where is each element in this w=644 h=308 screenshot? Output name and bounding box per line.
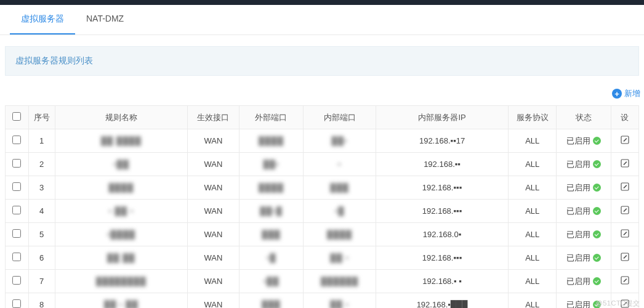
cell-proto: ALL [509, 200, 557, 223]
select-all-checkbox[interactable] [12, 112, 21, 121]
window-topbar [0, 0, 644, 5]
cell-proto: ALL [509, 270, 557, 293]
check-icon [593, 160, 601, 168]
check-icon [593, 137, 601, 145]
cell-status: 已启用 [557, 176, 611, 200]
tab-bar: 虚拟服务器 NAT-DMZ [0, 5, 644, 35]
cell-name: ████████ [55, 270, 187, 293]
cell-index: 1 [28, 129, 55, 153]
cell-iface: WAN [187, 153, 239, 176]
edit-icon[interactable] [619, 158, 630, 169]
cell-name: ██ ████ [55, 129, 187, 153]
cell-index: 5 [28, 223, 55, 246]
cell-index: 2 [28, 153, 55, 176]
cell-iface: WAN [187, 246, 239, 270]
rules-table: 序号 规则名称 生效接口 外部端口 内部端口 内部服务器IP 服务协议 状态 设… [5, 105, 639, 308]
cell-proto: ALL [509, 293, 557, 309]
row-checkbox[interactable] [12, 253, 21, 261]
cell-ext-port: ▪█ [239, 246, 304, 270]
check-icon [593, 184, 601, 192]
cell-ip: 192.168.▪▪ [376, 153, 509, 176]
col-iface: 生效接口 [187, 106, 239, 129]
cell-int-port: ██ ▪ [303, 246, 376, 270]
cell-name: ██ ▪ ██ [55, 293, 187, 309]
edit-icon[interactable] [619, 228, 630, 239]
cell-status: 已启用 [557, 200, 611, 223]
col-index: 序号 [28, 106, 55, 129]
col-action: 设 [611, 106, 638, 129]
cell-int-port: ██▪ [303, 129, 376, 153]
cell-name: ▪████ [55, 223, 187, 246]
cell-int-port: ▪ [303, 153, 376, 176]
toolbar: + 新增 [0, 76, 644, 105]
cell-proto: ALL [509, 176, 557, 200]
cell-ip: 192.168.▪▪▪ [376, 246, 509, 270]
table-row: 7████████WAN▪████████192.168.▪ ▪ALL已启用 [6, 270, 639, 293]
row-checkbox[interactable] [12, 276, 21, 285]
cell-status: 已启用 [557, 223, 611, 246]
cell-int-port: ██████ [303, 270, 376, 293]
add-button[interactable]: + 新增 [612, 88, 640, 99]
row-checkbox[interactable] [12, 229, 21, 238]
cell-proto: ALL [509, 223, 557, 246]
cell-iface: WAN [187, 176, 239, 200]
cell-iface: WAN [187, 270, 239, 293]
cell-int-port: ██ ▪ [303, 293, 376, 309]
table-row: 6██ ██WAN▪███ ▪192.168.▪▪▪ALL已启用 [6, 246, 639, 270]
cell-index: 4 [28, 200, 55, 223]
edit-icon[interactable] [619, 275, 630, 286]
cell-ext-port: ██▪ [239, 153, 304, 176]
col-int: 内部端口 [303, 106, 376, 129]
tab-nat-dmz[interactable]: NAT-DMZ [75, 5, 135, 34]
cell-proto: ALL [509, 153, 557, 176]
cell-name: ████ [55, 176, 187, 200]
tab-virtual-server[interactable]: 虚拟服务器 [10, 5, 75, 34]
cell-status: 已启用 [557, 153, 611, 176]
cell-ip: 192.168.▪▪▪ [376, 200, 509, 223]
edit-icon[interactable] [619, 181, 630, 192]
table-row: 2▪██WAN██▪▪192.168.▪▪ALL已启用 [6, 153, 639, 176]
cell-status: 已启用 [557, 270, 611, 293]
table-row: 4▪ ██ ▪WAN██▪█▪█192.168.▪▪▪ALL已启用 [6, 200, 639, 223]
row-checkbox[interactable] [12, 159, 21, 168]
row-checkbox[interactable] [12, 299, 21, 308]
table-row: 8██ ▪ ██WAN█████ ▪192.168.▪███ALL已启用 [6, 293, 639, 309]
add-label: 新增 [624, 88, 640, 99]
row-checkbox[interactable] [12, 206, 21, 214]
watermark: @51CTO提交 [596, 299, 640, 308]
cell-ext-port: ██▪█ [239, 200, 304, 223]
edit-icon[interactable] [619, 134, 630, 145]
cell-ext-port: ███ [239, 223, 304, 246]
col-proto: 服务协议 [509, 106, 557, 129]
cell-iface: WAN [187, 223, 239, 246]
cell-ext-port: ███ [239, 293, 304, 309]
table-row: 1██ ████WAN██████▪192.168.▪▪17ALL已启用 [6, 129, 639, 153]
cell-ip: 192.168.▪▪17 [376, 129, 509, 153]
cell-index: 8 [28, 293, 55, 309]
plus-icon: + [612, 89, 622, 99]
cell-ip: 192.168.0▪ [376, 223, 509, 246]
cell-int-port: ███ [303, 176, 376, 200]
cell-int-port: ████ [303, 223, 376, 246]
cell-status: 已启用 [557, 129, 611, 153]
cell-iface: WAN [187, 129, 239, 153]
edit-icon[interactable] [619, 251, 630, 262]
cell-name: ▪██ [55, 153, 187, 176]
cell-index: 7 [28, 270, 55, 293]
cell-index: 3 [28, 176, 55, 200]
table-header-row: 序号 规则名称 生效接口 外部端口 内部端口 内部服务器IP 服务协议 状态 设 [6, 106, 639, 129]
check-icon [593, 230, 601, 238]
cell-ip: 192.168.▪ ▪ [376, 270, 509, 293]
check-icon [593, 277, 601, 285]
table-row: 3████WAN███████192.168.▪▪▪ALL已启用 [6, 176, 639, 200]
cell-proto: ALL [509, 129, 557, 153]
cell-iface: WAN [187, 293, 239, 309]
cell-name: ██ ██ [55, 246, 187, 270]
edit-icon[interactable] [619, 205, 630, 216]
col-status: 状态 [557, 106, 611, 129]
row-checkbox[interactable] [12, 182, 21, 191]
cell-ip: 192.168.▪███ [376, 293, 509, 309]
col-name: 规则名称 [55, 106, 187, 129]
row-checkbox[interactable] [12, 136, 21, 144]
cell-proto: ALL [509, 246, 557, 270]
